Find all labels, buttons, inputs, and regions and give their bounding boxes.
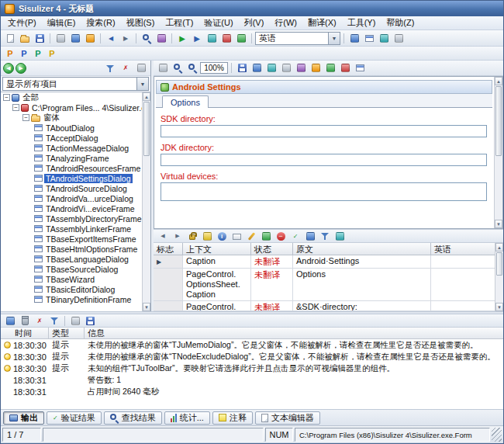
tree-item[interactable]: TBaseSourceDialog bbox=[1, 264, 150, 274]
open-project-icon[interactable] bbox=[18, 32, 32, 45]
output-options-icon[interactable] bbox=[3, 314, 17, 328]
context-cell[interactable]: PageControl. OptionsSheet. Caption bbox=[183, 269, 251, 301]
tree-item[interactable]: TBaseLanguageDialog bbox=[1, 254, 150, 264]
find-icon[interactable] bbox=[140, 32, 154, 45]
tree-item[interactable]: TAcceptDialog bbox=[1, 133, 150, 143]
info-icon[interactable]: i bbox=[215, 230, 229, 243]
collapse-icon[interactable]: − bbox=[3, 94, 10, 101]
output-row[interactable]: 18:30:31 警告数: 1 bbox=[1, 374, 503, 386]
approve-icon[interactable]: ✓ bbox=[288, 230, 302, 243]
grid-row[interactable]: ▶ Caption 未翻译 Android·Settings bbox=[154, 255, 503, 269]
paste-icon[interactable] bbox=[83, 32, 97, 45]
scan-build-icon[interactable] bbox=[154, 32, 168, 45]
redo-icon[interactable]: ▶ bbox=[119, 32, 133, 45]
layout-icon[interactable] bbox=[377, 32, 391, 45]
target-cell[interactable] bbox=[431, 255, 503, 269]
scrollbar-thumb[interactable] bbox=[143, 102, 150, 156]
item-filter-select[interactable]: 显示所有项目 ▼ bbox=[2, 77, 149, 91]
grid-row[interactable]: PageControl. OptionsSheet. Caption 未翻译 O… bbox=[154, 269, 503, 301]
new-project-icon[interactable] bbox=[3, 32, 17, 45]
key-icon[interactable] bbox=[200, 230, 214, 243]
output-column-time[interactable]: 时间 bbox=[1, 328, 49, 338]
source-cell[interactable]: &SDK·directory: bbox=[293, 301, 431, 311]
menu-validate[interactable]: 验证(U) bbox=[198, 16, 238, 29]
chevron-down-icon[interactable]: ▼ bbox=[136, 78, 148, 90]
row-filter-icon[interactable] bbox=[318, 230, 332, 243]
source-cell[interactable]: Options bbox=[293, 269, 431, 301]
translation-memory-icon[interactable] bbox=[205, 32, 219, 45]
save-output-icon[interactable] bbox=[83, 314, 97, 328]
auto-translate-icon[interactable] bbox=[259, 230, 273, 243]
project-button-2[interactable]: P bbox=[18, 47, 30, 59]
output-column-type[interactable]: 类型 bbox=[49, 328, 85, 338]
form-preview[interactable]: Android Settings Options SDK directory: … bbox=[154, 76, 503, 229]
tree-item[interactable]: TAndroidResourcesFrame bbox=[1, 163, 150, 173]
menu-column[interactable]: 列(V) bbox=[239, 16, 270, 29]
zoom-in-icon[interactable] bbox=[185, 61, 199, 75]
font-icon[interactable] bbox=[294, 61, 308, 75]
tab-comments[interactable]: 注释 bbox=[212, 411, 253, 425]
tab-order-icon[interactable] bbox=[323, 61, 337, 75]
menu-view[interactable]: 视图(S) bbox=[121, 16, 161, 29]
tab-find-results[interactable]: 查找结果 bbox=[104, 411, 162, 425]
select-tool-icon[interactable] bbox=[156, 61, 170, 75]
cut-icon[interactable] bbox=[54, 32, 67, 45]
color-icon[interactable] bbox=[309, 61, 323, 75]
titlebar[interactable]: Sisulizer 4 - 无标题 bbox=[1, 1, 503, 16]
output-row[interactable]: 18:30:30 提示 未使用的被继承的窗体“TJuMemoDialog”。它是… bbox=[1, 339, 503, 351]
virtual-devices-field[interactable] bbox=[161, 182, 487, 201]
column-header-status[interactable]: 状态 bbox=[251, 243, 293, 255]
grid-row[interactable]: PageControl. 未翻译 &SDK·directory: bbox=[154, 301, 503, 311]
form-view-icon[interactable] bbox=[362, 32, 376, 45]
menu-help[interactable]: 帮助(Z) bbox=[381, 16, 419, 29]
copy-preview-icon[interactable] bbox=[250, 61, 264, 75]
menu-file[interactable]: 文件(P) bbox=[2, 16, 42, 29]
preview-scrollbar[interactable]: ▲ ▼ bbox=[494, 77, 502, 228]
tree-item[interactable]: TAndroidVa...urceDialog bbox=[1, 193, 150, 203]
collapse-icon[interactable]: − bbox=[22, 114, 29, 121]
reject-icon[interactable]: − bbox=[274, 230, 288, 243]
menu-search[interactable]: 搜索(R) bbox=[81, 16, 120, 29]
column-header-context[interactable]: 上下文 bbox=[183, 243, 251, 255]
column-header-flag[interactable]: 标志 bbox=[154, 243, 183, 255]
show-grid-icon[interactable] bbox=[279, 61, 293, 75]
scrollbar-thumb[interactable] bbox=[496, 252, 502, 276]
undo-icon[interactable]: ◀ bbox=[104, 32, 118, 45]
exchange-icon[interactable] bbox=[234, 32, 248, 45]
status-cell[interactable]: 未翻译 bbox=[251, 301, 293, 311]
tree-item[interactable]: TBaseWizard bbox=[1, 274, 150, 284]
scroll-up-icon[interactable]: ▲ bbox=[495, 77, 502, 85]
scroll-down-icon[interactable]: ▼ bbox=[143, 303, 150, 311]
translate-form-icon[interactable] bbox=[338, 61, 352, 75]
language-select[interactable]: 英语 ▼ bbox=[255, 32, 340, 45]
save-preview-icon[interactable] bbox=[235, 61, 249, 75]
sdk-directory-field[interactable] bbox=[161, 125, 487, 137]
tree-item[interactable]: TAssemblyLinkerFrame bbox=[1, 224, 150, 234]
tree-item[interactable]: TAssemblyDirectoryFrame bbox=[1, 213, 150, 224]
scroll-up-icon[interactable]: ▲ bbox=[495, 243, 503, 251]
context-cell[interactable]: Caption bbox=[183, 255, 251, 269]
forward-button[interactable]: ▶ bbox=[16, 63, 26, 74]
output-row[interactable]: 18:30:30 提示 未使用的被继承的窗体“TNodeExcludeDialo… bbox=[1, 351, 503, 362]
menu-project[interactable]: 工程(T) bbox=[160, 16, 198, 29]
tree-item[interactable]: TAndroidSourceDialog bbox=[1, 183, 150, 193]
grid-view-icon[interactable] bbox=[347, 32, 361, 45]
tree-item[interactable]: TActionMessageDialog bbox=[1, 143, 150, 153]
tree-scrollbar[interactable]: ▲ ▼ bbox=[142, 92, 150, 311]
scrollbar-thumb[interactable] bbox=[495, 86, 502, 156]
status-cell[interactable]: 未翻译 bbox=[251, 255, 293, 269]
output-column-message[interactable]: 信息 bbox=[85, 328, 503, 338]
list-view-icon[interactable] bbox=[392, 32, 406, 45]
scroll-up-icon[interactable]: ▲ bbox=[143, 92, 150, 101]
menu-edit[interactable]: 编辑(E) bbox=[42, 16, 81, 29]
tab-options[interactable]: Options bbox=[162, 95, 209, 108]
tab-statistics[interactable]: 统计... bbox=[164, 411, 210, 425]
source-cell[interactable]: Android·Settings bbox=[293, 255, 431, 269]
copy-output-icon[interactable] bbox=[68, 314, 82, 328]
menu-translate[interactable]: 翻译(X) bbox=[302, 16, 342, 29]
tree-item[interactable]: TBaseExportItemsFrame bbox=[1, 234, 150, 244]
scroll-down-icon[interactable]: ▼ bbox=[495, 303, 503, 311]
tree-node-all[interactable]: − 全部 bbox=[1, 92, 150, 102]
delete-icon[interactable]: ✗ bbox=[33, 314, 47, 328]
tree-item-selected[interactable]: TAndroidSettingsDialog bbox=[1, 173, 150, 183]
